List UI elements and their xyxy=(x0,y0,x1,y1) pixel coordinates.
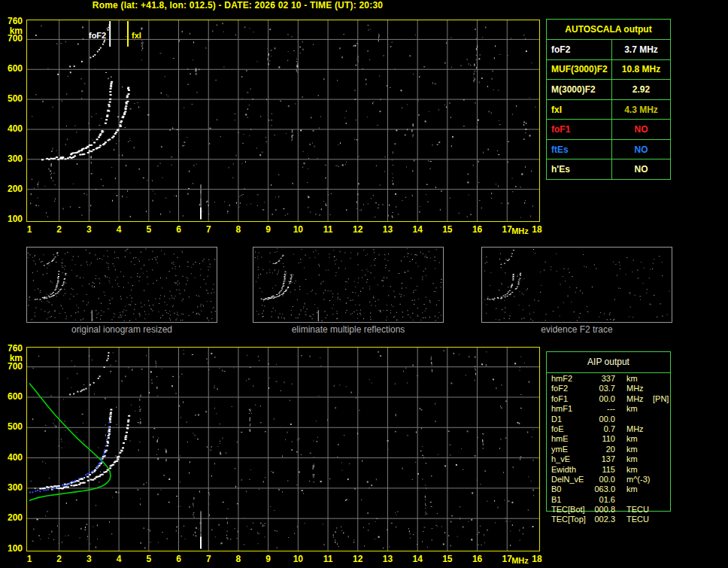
x-tick-label: 16 xyxy=(468,224,487,235)
x-tick-label: 16 xyxy=(468,554,487,564)
aip-row: hmF2337km xyxy=(546,374,678,384)
y-tick-label: 200 xyxy=(0,184,23,194)
aip-row-unit: km xyxy=(626,374,638,384)
x-tick-label: 5 xyxy=(139,224,159,235)
marker-label-fxI: fxI xyxy=(132,31,141,40)
x-tick-label: 9 xyxy=(259,554,278,564)
aip-row-unit: km xyxy=(626,454,638,464)
aip-row-value: 00.0 xyxy=(575,394,615,404)
x-tick-label: 4 xyxy=(109,554,129,564)
x-tick-label: 13 xyxy=(378,554,397,564)
aip-row-unit: MHz xyxy=(626,384,644,393)
aip-row-value: 00.0 xyxy=(575,415,615,424)
aip-row-unit: MHz xyxy=(626,424,644,434)
x-tick-label: 2 xyxy=(50,224,69,235)
aip-row: Ewidth115km xyxy=(546,465,678,475)
y-tick-label: 100 xyxy=(0,214,23,224)
x-tick-label: 1 xyxy=(20,554,39,564)
aip-row-param: ymE xyxy=(551,445,568,454)
x-tick-label: 14 xyxy=(408,554,427,564)
y-tick-label: 100 xyxy=(0,544,23,554)
aip-row-param: foF1 xyxy=(551,394,568,404)
autoscala-row-label: ftEs xyxy=(547,140,612,159)
aip-row-unit: TECU xyxy=(626,515,649,524)
autoscala-row-value: 10.8 MHz xyxy=(612,64,670,74)
y-tick-label: 400 xyxy=(0,453,23,463)
x-tick-label: 5 xyxy=(139,554,159,564)
y-tick-label: 700 xyxy=(0,362,23,372)
aip-row: B0063.0km xyxy=(546,484,678,494)
aip-row-unit: km xyxy=(626,445,638,454)
x-tick-label: 6 xyxy=(169,224,189,235)
ionogram-top-plot: foF2fxI xyxy=(26,20,540,222)
autoscala-row-label: M(3000)F2 xyxy=(547,80,612,99)
x-tick-label: 15 xyxy=(438,224,457,235)
thumbnail-eliminate-reflections xyxy=(253,247,444,323)
autoscala-row-value: NO xyxy=(612,164,670,175)
aip-row: h_vE137km xyxy=(546,454,678,464)
aip-row-value: 110 xyxy=(575,434,615,444)
aip-row: ymE20km xyxy=(546,445,678,454)
aip-row: TEC[Bot]000.8TECU xyxy=(546,505,678,515)
autoscala-row-value: 4.3 MHz xyxy=(612,105,670,115)
aip-row-param: hmE xyxy=(551,434,569,444)
autoscala-screen: Rome (lat: +41.8, lon: 012.5) - DATE: 20… xyxy=(0,0,728,568)
x-tick-label: 13 xyxy=(378,224,397,235)
aip-row-param: D1 xyxy=(551,415,562,424)
aip-row-unit: km xyxy=(626,484,638,494)
x-tick-label: 14 xyxy=(408,224,427,235)
x-tick-label: 11 xyxy=(318,554,338,564)
aip-row-param: hmF2 xyxy=(551,374,572,384)
ionogram-bottom-plot xyxy=(26,347,540,551)
aip-row-unit: m^(-3) xyxy=(626,475,650,484)
y-tick-label: 500 xyxy=(0,94,23,104)
aip-row-value: 20 xyxy=(575,445,615,454)
aip-row-unit: km xyxy=(626,465,638,475)
x-tick-label: 3 xyxy=(79,224,99,235)
aip-row-param: hmF1 xyxy=(551,404,572,414)
x-axis-unit-label: MHz xyxy=(511,226,529,235)
aip-row-value: 03.7 xyxy=(575,384,615,393)
autoscala-row-value: NO xyxy=(612,144,670,155)
autoscala-row-label: fxI xyxy=(547,100,612,120)
aip-row-unit: TECU xyxy=(626,505,649,515)
y-tick-label: 700 xyxy=(0,34,23,44)
y-tick-label: 200 xyxy=(0,513,23,523)
autoscala-row: foF1NO xyxy=(547,120,670,140)
y-tick-label: 500 xyxy=(0,422,23,432)
autoscala-row-label: foF1 xyxy=(547,120,612,139)
aip-row-param: B0 xyxy=(551,484,561,494)
x-tick-label: 10 xyxy=(288,554,308,564)
y-tick-label: 300 xyxy=(0,154,23,164)
aip-row-unit: MHz xyxy=(626,394,644,404)
x-tick-label: 8 xyxy=(229,224,248,235)
aip-row-value: 063.0 xyxy=(575,484,615,494)
aip-row-value: 0.7 xyxy=(575,424,615,434)
autoscala-row: h'EsNO xyxy=(547,159,670,179)
aip-row: B101.6 xyxy=(546,495,678,505)
aip-row-value: 00.0 xyxy=(575,475,615,484)
thumbnail-caption: eliminate multiple reflections xyxy=(253,324,443,335)
x-tick-label: 10 xyxy=(288,224,308,235)
autoscala-row-label: h'Es xyxy=(547,159,612,179)
y-tick-label: 600 xyxy=(0,392,23,402)
x-tick-label: 8 xyxy=(229,554,248,564)
aip-row: foF203.7MHz xyxy=(546,384,678,393)
autoscala-row: fxI4.3 MHz xyxy=(547,100,670,120)
aip-row-param: foE xyxy=(551,424,564,434)
autoscala-output-table: AUTOSCALA output foF23.7 MHzMUF(3000)F21… xyxy=(546,19,671,180)
aip-row-value: 137 xyxy=(575,454,615,464)
x-tick-label: 9 xyxy=(259,224,278,235)
x-tick-label: 7 xyxy=(199,224,218,235)
aip-row-param: h_vE xyxy=(551,454,570,464)
page-title: Rome (lat: +41.8, lon: 012.5) - DATE: 20… xyxy=(27,0,448,11)
x-tick-label: 2 xyxy=(50,554,69,564)
y-tick-label: 760 xyxy=(0,17,23,26)
y-tick-label: 300 xyxy=(0,483,23,493)
autoscala-row-value: 3.7 MHz xyxy=(612,44,670,55)
aip-row-value: 01.6 xyxy=(575,495,615,505)
aip-row: hmE110km xyxy=(546,434,678,444)
x-tick-label: 18 xyxy=(527,554,547,564)
x-tick-label: 6 xyxy=(169,554,189,564)
y-tick-label: 760 xyxy=(0,344,23,354)
